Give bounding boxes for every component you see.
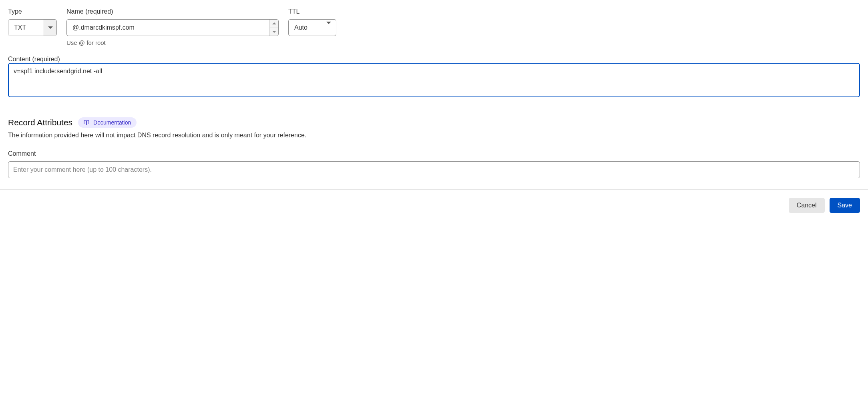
content-field-group: Content (required) <box>8 56 860 98</box>
comment-input[interactable] <box>8 161 860 178</box>
name-hint: Use @ for root <box>66 39 279 46</box>
divider <box>0 106 868 106</box>
name-label: Name (required) <box>66 8 279 15</box>
divider <box>0 189 868 190</box>
name-input[interactable] <box>66 19 279 36</box>
type-select-value: TXT <box>8 20 44 36</box>
content-textarea[interactable] <box>8 63 860 97</box>
cancel-button[interactable]: Cancel <box>789 198 825 213</box>
record-attributes-description: The information provided here will not i… <box>8 132 860 139</box>
book-icon <box>84 120 89 125</box>
record-attributes-header: Record Attributes Documentation <box>8 117 860 128</box>
name-spinbox <box>269 20 278 36</box>
type-label: Type <box>8 8 57 15</box>
spin-up-button[interactable] <box>270 20 278 28</box>
record-attributes-title: Record Attributes <box>8 118 72 127</box>
chevron-down-icon <box>272 31 276 33</box>
save-button[interactable]: Save <box>830 198 860 213</box>
spin-down-button[interactable] <box>270 28 278 36</box>
comment-field-group: Comment <box>8 150 860 178</box>
ttl-select-value: Auto <box>294 24 307 31</box>
documentation-link[interactable]: Documentation <box>78 117 137 128</box>
chevron-up-icon <box>272 22 276 24</box>
name-field-group: Name (required) Use @ for root <box>66 8 279 46</box>
ttl-field-group: TTL Auto <box>288 8 336 36</box>
content-label: Content (required) <box>8 56 60 62</box>
ttl-select[interactable]: Auto <box>288 19 336 36</box>
documentation-label: Documentation <box>93 119 131 126</box>
comment-label: Comment <box>8 150 860 157</box>
ttl-label: TTL <box>288 8 336 15</box>
chevron-down-icon <box>326 24 331 31</box>
chevron-down-icon <box>44 20 56 36</box>
type-field-group: Type TXT <box>8 8 57 36</box>
footer-actions: Cancel Save <box>8 198 860 213</box>
type-select[interactable]: TXT <box>8 19 57 36</box>
